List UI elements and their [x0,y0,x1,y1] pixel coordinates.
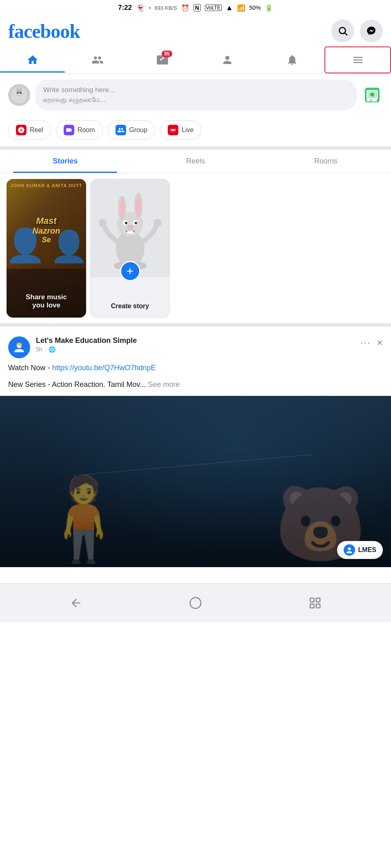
tab-watch[interactable]: 55 [130,47,195,73]
story-overlay-text: Share musicyou love [7,293,86,309]
post-brand-badge: LMES [337,541,383,559]
battery-icon: 50% [249,4,261,11]
post-meta: Let's Make Education Simple 5h · 🌐 [36,336,355,353]
navigation-tabs: 55 [0,46,391,74]
wifi-icon: ▲ [226,4,233,12]
svg-point-21 [120,199,124,217]
post-more-options[interactable]: ··· [360,337,371,348]
svg-rect-14 [367,99,371,102]
live-label: Live [182,126,193,134]
svg-point-28 [128,226,132,230]
story-item-music[interactable]: 👤 👤 JOHN KUMAR & ANITA DUTT Mast Nazron … [7,179,86,318]
post-input-field[interactable]: Write something here... ஏதாவது எழுதலாமே.… [35,80,357,110]
svg-rect-41 [310,598,314,602]
tab-friends[interactable] [65,47,130,73]
recent-apps-button[interactable] [304,592,326,614]
post-placeholder-line2: ஏதாவது எழுதலாமே... [43,95,349,105]
svg-rect-37 [21,344,22,346]
post-compose-area: Write something here... ஏதாவது எழுதலாமே.… [0,74,391,116]
messenger-button[interactable] [360,20,383,42]
svg-point-6 [17,92,19,93]
post-time: 5h [36,346,42,353]
add-photo-button[interactable] [362,84,383,106]
live-button[interactable]: Live [160,120,201,140]
tab-stories[interactable]: Stories [0,150,130,173]
svg-point-22 [136,196,140,216]
n-icon: N [193,4,201,11]
svg-rect-42 [316,598,320,602]
facebook-logo: facebook [8,20,80,42]
tab-reels[interactable]: Reels [130,150,260,173]
status-bar: 7:22 👻 • 693 KB/S ⏰ N VoLTE ▲ 📶 50% 🔋 [0,0,391,15]
post-desc-text: New Series - Action Reaction. Tamil Mov.… [8,380,146,389]
tab-rooms[interactable]: Rooms [261,150,391,173]
svg-rect-15 [371,98,377,102]
bottom-navigation [0,583,391,622]
volte-icon: VoLTE [205,4,222,11]
svg-point-40 [190,597,201,608]
see-more-button[interactable]: See more [148,380,180,389]
create-story-plus[interactable]: + [120,261,140,281]
home-button[interactable] [184,592,207,614]
content-type-tabs: Stories Reels Rooms [0,150,391,173]
post-time-dot: · [45,346,47,353]
post-link[interactable]: https://youtu.be/Q7HwO7hdnpE [52,364,156,372]
post-text-content: Watch Now - https://youtu.be/Q7HwO7hdnpE [0,362,391,379]
svg-point-16 [172,129,174,131]
svg-point-31 [153,219,162,227]
svg-point-13 [370,93,374,97]
section-divider-1 [0,146,391,150]
post-actions: ··· × [360,336,383,349]
svg-point-39 [348,547,351,550]
group-button[interactable]: Group [108,120,155,140]
post-close-button[interactable]: × [377,336,383,349]
alarm-icon: ⏰ [181,4,189,12]
battery-symbol: 🔋 [265,4,273,12]
watch-badge: 55 [162,51,172,57]
back-button[interactable] [65,592,87,614]
post-media-image[interactable]: 🧍 🐻 LMES [0,396,391,567]
story-create[interactable]: + Create story [90,179,170,318]
dot-indicator: • [149,6,151,10]
live-icon [168,125,178,135]
stories-container: 👤 👤 JOHN KUMAR & ANITA DUTT Mast Nazron … [0,173,391,323]
svg-rect-43 [310,604,314,607]
create-story-label: Create story [91,303,169,310]
lmes-badge-text: LMES [358,546,376,554]
room-button[interactable]: Room [56,120,103,140]
group-label: Group [129,126,147,134]
post-header: Let's Make Education Simple 5h · 🌐 ··· × [0,330,391,362]
svg-point-7 [20,92,21,93]
reel-button[interactable]: Reel [8,120,51,140]
tab-notifications[interactable] [260,47,324,73]
room-label: Room [78,126,95,134]
svg-point-30 [99,219,107,227]
group-icon [116,125,126,135]
snapchat-icon: 👻 [136,3,145,12]
tab-profile[interactable] [195,47,260,73]
svg-point-26 [135,222,137,224]
tab-home[interactable] [0,47,65,73]
reel-label: Reel [30,126,43,134]
reel-icon [16,125,27,135]
post-action-buttons: Reel Room Group Live [0,116,391,146]
post-page-name: Let's Make Education Simple [36,336,355,345]
signal-icon: 📶 [237,4,245,12]
svg-rect-44 [316,604,320,607]
page-avatar [8,336,30,358]
post-visibility-icon: 🌐 [49,346,56,353]
svg-point-5 [20,87,22,93]
header-icons [331,20,383,42]
svg-point-25 [125,222,127,224]
tab-menu[interactable] [324,46,391,73]
svg-point-8 [18,93,21,95]
app-header: facebook [0,15,391,46]
user-avatar [8,84,30,106]
post-time-row: 5h · 🌐 [36,346,355,353]
status-time: 7:22 [118,4,132,12]
data-speed: 693 KB/S [155,5,177,11]
svg-point-4 [16,87,18,93]
post-watch-now-dash: - [47,364,52,372]
search-button[interactable] [331,20,354,42]
post-placeholder-line1: Write something here... [43,85,349,95]
